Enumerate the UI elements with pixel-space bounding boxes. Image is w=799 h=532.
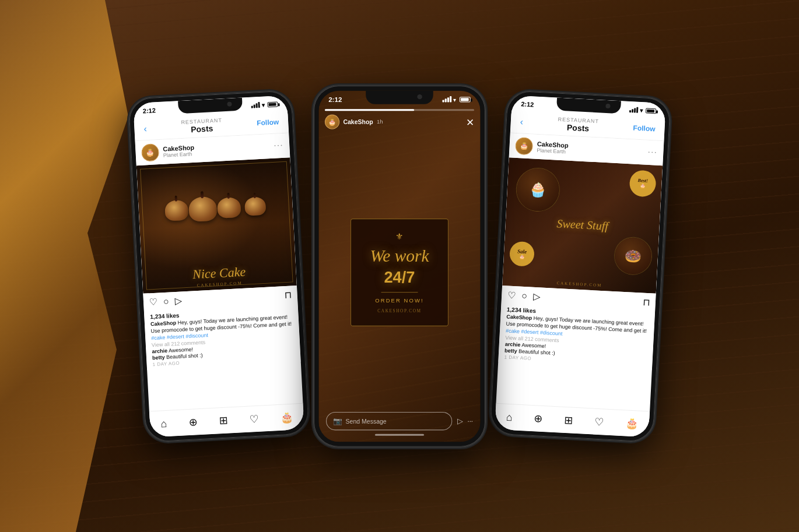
battery-icon-right bbox=[646, 108, 656, 114]
phone-left-screen: 2:12 ▾ ‹ RESTA bbox=[133, 95, 304, 437]
post-content-left: 1,234 likes CakeShop Hey, guys! Today we… bbox=[144, 303, 301, 369]
cupcake-visual-2: 🍩 bbox=[614, 237, 652, 275]
story-user-info: 🎂 CakeShop 1h bbox=[325, 114, 383, 129]
story-url: CAKESHOP.COM bbox=[360, 308, 439, 313]
status-time-middle: 2:12 bbox=[328, 96, 342, 103]
send-icon[interactable]: ▷ bbox=[457, 416, 462, 425]
story-header: 🎂 CakeShop 1h ✕ bbox=[318, 112, 480, 132]
bottom-nav-right: ⌂ ⊕ ⊞ ♡ 🎂 bbox=[495, 403, 650, 437]
story-home-indicator bbox=[375, 434, 424, 435]
camera-icon: 📷 bbox=[333, 416, 342, 425]
like-icon-right[interactable]: ♡ bbox=[507, 289, 516, 301]
back-button-left[interactable]: ‹ bbox=[143, 124, 147, 134]
share-icon-left[interactable]: ▷ bbox=[174, 295, 182, 306]
muffin-icon: 🍩 bbox=[624, 247, 642, 265]
header-center-left: RESTAURANT Posts bbox=[181, 117, 223, 135]
phone-left: 2:12 ▾ ‹ RESTA bbox=[128, 90, 309, 442]
pastry-2 bbox=[188, 196, 217, 221]
status-time-left: 2:12 bbox=[143, 107, 156, 114]
comment1-user-left[interactable]: archie bbox=[152, 348, 167, 354]
best-badge: Best! 🎂 bbox=[629, 170, 656, 197]
bookmark-icon-right[interactable]: ⊓ bbox=[642, 296, 650, 308]
caption-username-left[interactable]: CakeShop bbox=[150, 319, 176, 326]
wifi-icon-middle: ▾ bbox=[453, 96, 456, 103]
sweet-title: Sweet Stuff bbox=[556, 217, 608, 233]
user-info-left: 🎂 CakeShop Planet Earth bbox=[141, 141, 195, 161]
nav-add-left[interactable]: ⊞ bbox=[219, 414, 228, 427]
sale-label: Sale bbox=[517, 248, 527, 254]
story-avatar[interactable]: 🎂 bbox=[325, 114, 339, 129]
story-username[interactable]: CakeShop bbox=[343, 118, 373, 125]
more-options-left[interactable]: ··· bbox=[274, 140, 283, 150]
story-content: ⚜ We work 24/7 ORDER NOW! CAKESHOP.COM bbox=[318, 139, 480, 405]
pastry-3 bbox=[216, 196, 241, 218]
comment1-user-right[interactable]: archie bbox=[505, 341, 521, 347]
cake-visual: Nice Cake CAKESHOP.COM bbox=[136, 157, 297, 294]
post-content-right: 1,234 likes CakeShop Hey, guys! Today we… bbox=[498, 303, 655, 369]
bottom-nav-left: ⌂ ⊕ ⊞ ♡ 🎂 bbox=[149, 403, 304, 437]
comment-icon-right[interactable]: ○ bbox=[521, 290, 528, 301]
more-options-right[interactable]: ··· bbox=[647, 147, 657, 157]
story-status-icons: ▾ bbox=[443, 96, 471, 103]
story-cherry-icon: ⚜ bbox=[360, 231, 439, 241]
comment2-user-left[interactable]: betty bbox=[152, 354, 165, 361]
comment2-user-right[interactable]: betty bbox=[504, 347, 517, 354]
action-left-icons: ♡ ○ ▷ bbox=[149, 295, 183, 308]
like-icon-left[interactable]: ♡ bbox=[149, 296, 158, 308]
story-progress-fill bbox=[325, 109, 415, 111]
bookmark-icon-left[interactable]: ⊓ bbox=[284, 289, 292, 301]
nav-home-left[interactable]: ⌂ bbox=[160, 417, 167, 430]
story-message-row: 📷 Send Message ▷ ··· bbox=[318, 411, 480, 430]
story-message-input[interactable]: 📷 Send Message bbox=[326, 411, 452, 430]
signal-icon-middle bbox=[443, 96, 452, 103]
user-details-right: CakeShop Planet Earth bbox=[537, 140, 569, 154]
status-icons-left: ▾ bbox=[251, 100, 278, 108]
phones-container: 2:12 ▾ ‹ RESTA bbox=[137, 94, 662, 438]
send-message-label: Send Message bbox=[346, 417, 446, 424]
nav-search-right[interactable]: ⊕ bbox=[534, 412, 543, 425]
caption-username-right[interactable]: CakeShop bbox=[506, 313, 532, 320]
nav-search-left[interactable]: ⊕ bbox=[188, 415, 198, 429]
status-icons-right: ▾ bbox=[629, 106, 657, 114]
nav-profile-right[interactable]: 🎂 bbox=[625, 417, 639, 430]
avatar-left[interactable]: 🎂 bbox=[141, 143, 160, 162]
phone-right-screen: 2:12 ▾ ‹ RESTA bbox=[495, 95, 666, 437]
notch-dot bbox=[227, 101, 232, 106]
battery-icon bbox=[267, 101, 278, 107]
nice-cake-text-container: Nice Cake bbox=[142, 262, 296, 285]
location-left: Planet Earth bbox=[163, 150, 195, 158]
post-image-right: 🧁 🍩 Best! 🎂 Sweet Stuff bbox=[502, 157, 663, 294]
nav-add-right[interactable]: ⊞ bbox=[564, 413, 573, 427]
location-right: Planet Earth bbox=[537, 147, 568, 154]
signal-icon-right bbox=[629, 107, 639, 113]
story-247: 24/7 bbox=[360, 268, 439, 287]
more-icon-story[interactable]: ··· bbox=[468, 416, 473, 425]
nav-heart-left[interactable]: ♡ bbox=[249, 412, 259, 425]
avatar-right[interactable]: 🎂 bbox=[515, 136, 534, 155]
user-details-left: CakeShop Planet Earth bbox=[163, 143, 195, 158]
story-progress-bar bbox=[325, 109, 474, 111]
post-image-left: Nice Cake CAKESHOP.COM bbox=[136, 157, 297, 294]
share-icon-right[interactable]: ▷ bbox=[532, 290, 540, 302]
action-left-icons-right: ♡ ○ ▷ bbox=[507, 289, 541, 302]
follow-button-right[interactable]: Follow bbox=[633, 124, 656, 133]
nav-home-right[interactable]: ⌂ bbox=[506, 411, 513, 424]
cupcake-icon: 🧁 bbox=[529, 181, 547, 198]
user-info-right: 🎂 CakeShop Planet Earth bbox=[515, 136, 569, 157]
nav-profile-left[interactable]: 🎂 bbox=[280, 410, 293, 424]
sweet-post-bg: 🧁 🍩 Best! 🎂 Sweet Stuff bbox=[502, 157, 663, 294]
phone-middle: 2:12 ▾ bbox=[314, 86, 485, 447]
story-order-label: ORDER NOW! bbox=[360, 297, 439, 304]
story-time-label: 1h bbox=[377, 118, 383, 125]
cupcake-visual-1: 🧁 bbox=[516, 167, 560, 212]
notch-dot-right bbox=[605, 103, 610, 108]
header-center-right: RESTAURANT Posts bbox=[558, 116, 600, 133]
comment1-text-right: Awesome! bbox=[521, 342, 546, 349]
back-button-right[interactable]: ‹ bbox=[520, 117, 523, 127]
comment1-text-left: Awesome! bbox=[169, 346, 193, 353]
sale-badge: Sale 🎂 bbox=[509, 241, 535, 266]
comment-icon-left[interactable]: ○ bbox=[163, 296, 170, 306]
story-close-button[interactable]: ✕ bbox=[466, 116, 474, 128]
follow-button-left[interactable]: Follow bbox=[257, 118, 279, 127]
nav-heart-right[interactable]: ♡ bbox=[594, 415, 604, 428]
